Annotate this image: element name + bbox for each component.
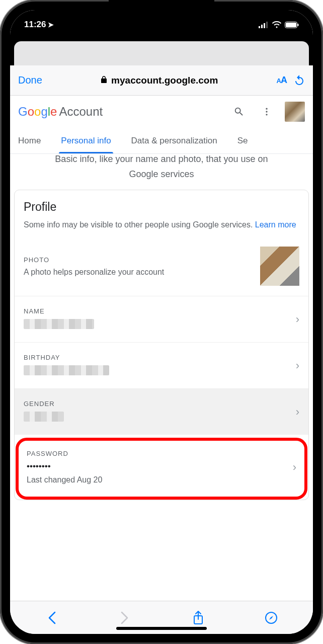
svg-rect-2: [264, 23, 265, 28]
svg-rect-1: [261, 25, 263, 28]
row-label-photo: PHOTO: [24, 256, 260, 264]
chevron-right-icon: ›: [287, 461, 296, 474]
svg-point-7: [266, 108, 267, 110]
tab-data-personalization[interactable]: Data & personalization: [129, 129, 219, 153]
account-avatar[interactable]: [285, 102, 305, 122]
safari-toolbar: Done myaccount.google.com AA: [10, 65, 313, 96]
url-bar[interactable]: myaccount.google.com: [49, 75, 270, 86]
profile-card: Profile Some info may be visible to othe…: [14, 190, 309, 500]
name-value-redacted: [24, 319, 94, 329]
screen: 11:26 ➤ Done: [10, 10, 313, 634]
webpage-content: Google Account Home Personal info Data &…: [10, 96, 313, 601]
tab-personal-info[interactable]: Personal info: [59, 129, 113, 153]
profile-row-name[interactable]: NAME ›: [15, 296, 308, 342]
svg-rect-0: [259, 26, 260, 28]
text-size-button[interactable]: AA: [277, 75, 287, 86]
search-icon[interactable]: [229, 102, 249, 121]
reload-button[interactable]: [294, 74, 305, 87]
row-label-name: NAME: [24, 307, 290, 315]
share-button[interactable]: [186, 611, 211, 625]
intro-line2: Google services: [10, 165, 313, 190]
chevron-right-icon: ›: [290, 406, 299, 419]
device-frame: 11:26 ➤ Done: [0, 0, 323, 644]
safari-background-tab[interactable]: [14, 41, 309, 65]
google-account-logo[interactable]: Google Account: [18, 105, 103, 119]
svg-rect-5: [286, 23, 296, 27]
scroll-body[interactable]: Basic info, like your name and photo, th…: [10, 154, 313, 601]
chevron-right-icon: ›: [290, 359, 299, 372]
safari-tab-strip: [10, 34, 313, 65]
wifi-icon: [272, 21, 282, 28]
logo-product-text: Account: [59, 105, 103, 119]
profile-row-birthday[interactable]: BIRTHDAY ›: [15, 342, 308, 388]
account-tabs: Home Personal info Data & personalizatio…: [10, 128, 313, 154]
svg-rect-6: [298, 24, 299, 26]
cellular-signal-icon: [259, 22, 269, 28]
row-label-password: PASSWORD: [27, 450, 287, 457]
profile-card-subtitle: Some info may be visible to other people…: [24, 219, 299, 230]
password-last-changed: Last changed Aug 20: [27, 475, 287, 485]
google-account-header: Google Account: [10, 96, 313, 128]
notch: [109, 0, 214, 16]
status-time: 11:26: [24, 20, 46, 30]
birthday-value-redacted: [24, 365, 109, 375]
battery-icon: [285, 22, 299, 28]
profile-row-gender[interactable]: GENDER ›: [15, 388, 308, 435]
chevron-right-icon: ›: [290, 313, 299, 326]
tab-security[interactable]: Se: [235, 129, 250, 153]
back-button[interactable]: [39, 611, 64, 624]
more-options-icon[interactable]: [258, 102, 276, 121]
profile-row-password[interactable]: PASSWORD •••••••• Last changed Aug 20 ›: [16, 438, 307, 500]
gender-value-redacted: [24, 412, 64, 422]
profile-photo-thumbnail: [260, 247, 299, 286]
intro-line-clipped: Basic info, like your name and photo, th…: [10, 154, 313, 165]
forward-button: [112, 611, 137, 624]
lock-icon: [101, 75, 107, 85]
profile-card-title: Profile: [24, 200, 299, 214]
safari-compass-button[interactable]: [259, 611, 284, 624]
svg-rect-3: [266, 22, 268, 28]
row-label-gender: GENDER: [24, 400, 290, 408]
tab-home[interactable]: Home: [16, 129, 43, 153]
row-label-birthday: BIRTHDAY: [24, 354, 290, 361]
password-value: ••••••••: [27, 461, 287, 471]
done-button[interactable]: Done: [18, 74, 42, 86]
row-desc-photo: A photo helps personalize your account: [24, 268, 260, 277]
url-text: myaccount.google.com: [111, 75, 218, 86]
profile-subtitle-text: Some info may be visible to other people…: [24, 220, 255, 229]
home-indicator[interactable]: [116, 627, 207, 630]
location-icon: ➤: [48, 21, 54, 29]
profile-row-photo[interactable]: PHOTO A photo helps personalize your acc…: [15, 234, 308, 296]
learn-more-link[interactable]: Learn more: [255, 220, 296, 229]
svg-point-8: [266, 111, 267, 112]
svg-point-9: [266, 114, 267, 115]
